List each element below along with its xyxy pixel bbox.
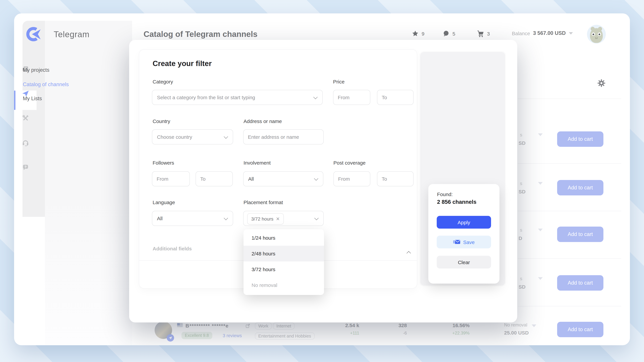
price-fragment: D <box>518 235 522 241</box>
filter-modal: Create your filter Category Select a cat… <box>129 40 517 323</box>
price-value: 25.00 USD <box>504 330 529 336</box>
post-coverage-from-input[interactable] <box>334 171 370 186</box>
format-fragment: s <box>520 132 522 137</box>
sidebar-item-catalog-of-channels[interactable]: Catalog of channels <box>23 81 69 87</box>
table-row: s SD Add to cart <box>518 131 621 155</box>
reviews-link[interactable]: 3 reviews <box>223 333 242 338</box>
clear-button[interactable]: Clear <box>437 256 491 269</box>
er-value: 328 <box>373 323 407 328</box>
post-coverage-to-input[interactable] <box>377 171 414 186</box>
language-select[interactable]: All <box>152 211 233 226</box>
add-to-cart-button[interactable]: Add to cart <box>557 322 604 337</box>
country-label: Country <box>152 118 170 124</box>
user-avatar[interactable]: ω <box>587 25 606 43</box>
table-top-border <box>518 98 621 99</box>
avatar-monster: ω <box>590 28 603 43</box>
brand-title: Telegram <box>54 29 90 39</box>
apply-button[interactable]: Apply <box>437 216 491 229</box>
dropdown-option-3-72[interactable]: 3/72 hours <box>244 261 324 277</box>
add-to-cart-button[interactable]: Add to cart <box>557 180 604 195</box>
found-value: 2 856 channels <box>437 199 476 205</box>
additional-fields-label: Additional fields <box>152 246 192 251</box>
category-placeholder: Select a category from the list or start… <box>157 94 255 100</box>
chat-icon <box>443 30 450 37</box>
chevron-down-icon <box>224 216 228 220</box>
messages-count: 5 <box>452 31 455 36</box>
price-label: Price <box>333 79 344 84</box>
chevron-down-icon[interactable] <box>538 277 543 280</box>
placement-format-label: Placement format <box>244 199 283 205</box>
chip-label: 3/72 hours <box>251 216 273 222</box>
balance-widget[interactable]: Balance 3 567.00 USD <box>512 30 573 36</box>
table-row: s SD Add to cart <box>518 180 621 203</box>
add-to-cart-button[interactable]: Add to cart <box>557 275 604 291</box>
involvement-value: All <box>248 176 254 182</box>
er-delta: -6 <box>373 331 407 336</box>
chevron-down-icon[interactable] <box>538 182 543 185</box>
coverage-delta: +22.39% <box>436 331 470 336</box>
price-to-input[interactable] <box>377 90 414 105</box>
dropdown-option-1-24[interactable]: 1/24 hours <box>244 230 324 246</box>
cart-count: 3 <box>487 31 490 36</box>
dropdown-option-2-48[interactable]: 2/48 hours <box>244 246 324 261</box>
dropdown-option-no-removal[interactable]: No removal <box>244 277 324 293</box>
format-fragment: s <box>520 276 522 281</box>
language-label: Language <box>152 199 175 205</box>
telegram-badge-icon <box>167 334 174 342</box>
favorites-count: 9 <box>422 31 424 36</box>
page-title: Catalog of Telegram channels <box>144 29 258 39</box>
post-coverage-label: Post coverage <box>334 160 366 166</box>
sidebar-item-my-lists[interactable]: My Lists <box>23 95 42 102</box>
followers-to-input[interactable] <box>196 171 233 186</box>
desktop-background: Telegram <box>0 0 644 362</box>
chevron-down-icon <box>224 134 228 139</box>
star-icon <box>412 30 418 37</box>
tag-chip: Internet <box>273 323 294 330</box>
support-icon[interactable] <box>14 139 36 146</box>
cart-counter[interactable]: 3 <box>477 30 490 37</box>
involvement-select[interactable]: All <box>243 171 323 186</box>
price-fragment: SD <box>518 284 526 290</box>
remove-chip-icon[interactable]: × <box>276 216 280 222</box>
row-divider <box>518 306 621 306</box>
sidebar-menu-panel <box>45 21 132 345</box>
country-flag-icon <box>177 323 183 327</box>
chevron-down-icon[interactable] <box>538 133 543 136</box>
chevron-down-icon <box>569 32 573 34</box>
add-to-cart-button[interactable]: Add to cart <box>557 131 604 147</box>
save-button[interactable]: Save <box>437 236 491 248</box>
favorites-counter[interactable]: 9 <box>412 30 424 37</box>
sidebar-item-my-projects[interactable]: My projects <box>23 67 50 73</box>
balance-label: Balance <box>512 30 530 36</box>
send-mail-icon <box>453 239 460 245</box>
tag-chip: Entertainment and Hobbies <box>255 333 314 340</box>
language-value: All <box>157 216 162 221</box>
add-to-cart-button[interactable]: Add to cart <box>557 227 604 242</box>
address-input[interactable] <box>243 129 324 144</box>
involvement-label: Involvement <box>244 160 271 166</box>
table-row: s SD Add to cart <box>518 275 621 299</box>
category-select[interactable]: Select a category from the list or start… <box>152 90 323 105</box>
logo-icon <box>26 26 41 42</box>
price-fragment: SD <box>518 189 526 194</box>
messages-counter[interactable]: 5 <box>443 30 455 37</box>
table-settings-gear-icon[interactable] <box>598 79 606 87</box>
tools-icon[interactable] <box>14 115 36 121</box>
followers-from-input[interactable] <box>152 171 190 186</box>
help-icon[interactable]: ? <box>14 164 36 171</box>
country-select[interactable]: Choose country <box>152 129 233 144</box>
followers-value: 2.54 k <box>326 323 359 328</box>
price-from-input[interactable] <box>333 90 370 105</box>
channel-name[interactable]: B********* ******e <box>186 323 229 329</box>
modal-title: Create your filter <box>152 59 212 68</box>
balance-value: 3 567.00 USD <box>533 30 566 36</box>
app-logo[interactable] <box>26 26 41 42</box>
external-link-icon[interactable] <box>246 324 250 330</box>
price-fragment: SD <box>518 140 526 146</box>
chevron-down-icon[interactable] <box>538 229 543 231</box>
chevron-down-icon[interactable] <box>532 325 536 327</box>
chevron-down-icon <box>313 95 318 99</box>
table-row: s D Add to cart <box>518 227 621 250</box>
placement-format-select[interactable]: 3/72 hours × <box>243 211 324 226</box>
collapse-section-button[interactable] <box>406 245 412 252</box>
